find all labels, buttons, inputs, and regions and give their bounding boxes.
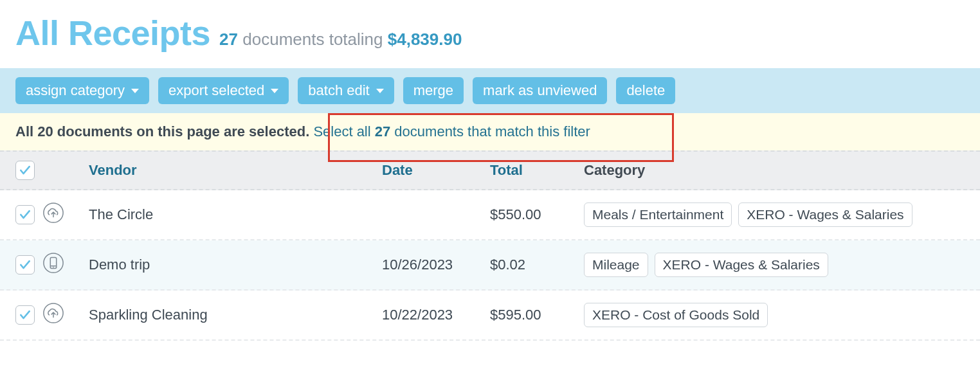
select-all-checkbox[interactable] — [15, 161, 35, 180]
selection-banner: All 20 documents on this page are select… — [0, 113, 980, 150]
row-checkbox[interactable] — [15, 205, 35, 224]
table-row[interactable]: Demo trip10/26/2023$0.02MileageXERO - Wa… — [0, 240, 980, 291]
check-icon — [19, 164, 32, 177]
assign-category-button[interactable]: assign category — [15, 77, 149, 104]
delete-button[interactable]: delete — [616, 77, 675, 104]
vendor-cell: Demo trip — [89, 256, 382, 273]
category-tag[interactable]: Meals / Entertainment — [584, 203, 732, 227]
col-category: Category — [584, 162, 980, 179]
row-checkbox[interactable] — [15, 305, 35, 325]
phone-icon — [42, 261, 64, 277]
category-cell: MileageXERO - Wages & Salaries — [584, 253, 980, 277]
page-header: All Receipts 27 documents totaling $4,83… — [0, 0, 980, 68]
category-cell: XERO - Cost of Goods Sold — [584, 303, 980, 327]
summary-text: documents totaling — [238, 30, 388, 49]
total-cell: $550.00 — [490, 206, 584, 223]
table-header: Vendor Date Total Category — [0, 150, 980, 190]
batch-edit-button[interactable]: batch edit — [298, 77, 394, 104]
check-icon — [19, 258, 32, 271]
chevron-down-icon — [376, 89, 384, 93]
col-total[interactable]: Total — [490, 162, 584, 179]
total-cell: $0.02 — [490, 256, 584, 273]
mark-unviewed-button[interactable]: mark as unviewed — [473, 77, 607, 104]
category-tag[interactable]: XERO - Wages & Salaries — [655, 253, 828, 277]
category-cell: Meals / EntertainmentXERO - Wages & Sala… — [584, 203, 980, 227]
date-cell: 10/22/2023 — [382, 307, 490, 323]
table-row[interactable]: The Circle$550.00Meals / EntertainmentXE… — [0, 190, 980, 240]
table-row[interactable]: Sparkling Cleaning10/22/2023$595.00XERO … — [0, 291, 980, 341]
total-cell: $595.00 — [490, 307, 584, 323]
export-selected-button[interactable]: export selected — [158, 77, 289, 104]
chevron-down-icon — [131, 89, 139, 93]
vendor-cell: Sparkling Cleaning — [89, 307, 382, 323]
category-tag[interactable]: XERO - Wages & Salaries — [738, 203, 912, 227]
category-tag[interactable]: Mileage — [584, 253, 648, 277]
cloud-icon — [42, 311, 64, 327]
chevron-down-icon — [271, 89, 278, 93]
header-summary: 27 documents totaling $4,839.90 — [219, 30, 462, 50]
banner-text: All 20 documents on this page are select… — [15, 123, 313, 140]
check-icon — [19, 309, 32, 321]
date-cell: 10/26/2023 — [382, 256, 490, 273]
row-checkbox[interactable] — [15, 255, 35, 274]
category-tag[interactable]: XERO - Cost of Goods Sold — [584, 303, 768, 327]
cloud-icon — [42, 211, 64, 227]
col-date[interactable]: Date — [382, 162, 490, 179]
merge-button[interactable]: merge — [403, 77, 464, 104]
doc-count: 27 — [219, 30, 238, 49]
col-vendor[interactable]: Vendor — [89, 162, 382, 179]
bulk-toolbar: assign category export selected batch ed… — [0, 68, 980, 113]
select-all-link[interactable]: Select all 27 documents that match this … — [313, 123, 590, 140]
page-title: All Receipts — [15, 13, 210, 53]
check-icon — [19, 208, 32, 221]
vendor-cell: The Circle — [89, 206, 382, 223]
doc-total: $4,839.90 — [388, 30, 462, 49]
